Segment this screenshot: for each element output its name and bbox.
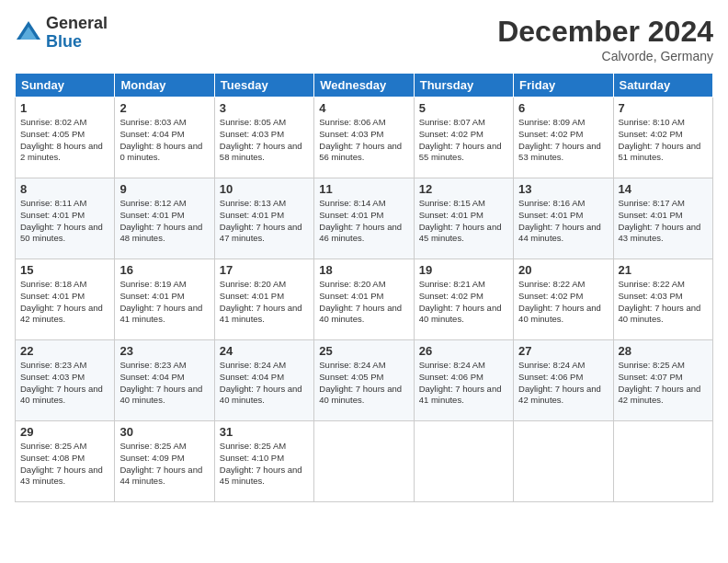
cell-text: Sunrise: 8:18 AMSunset: 4:01 PMDaylight:… xyxy=(20,279,103,324)
day-number: 13 xyxy=(518,182,608,196)
cell-text: Sunrise: 8:25 AMSunset: 4:10 PMDaylight:… xyxy=(220,441,302,486)
table-row: 29 Sunrise: 8:25 AMSunset: 4:08 PMDaylig… xyxy=(16,421,115,502)
logo: General Blue xyxy=(15,15,108,52)
table-row: 18 Sunrise: 8:20 AMSunset: 4:01 PMDaylig… xyxy=(314,259,414,340)
cell-text: Sunrise: 8:14 AMSunset: 4:01 PMDaylight:… xyxy=(319,198,402,243)
cell-text: Sunrise: 8:20 AMSunset: 4:01 PMDaylight:… xyxy=(319,279,402,324)
cell-text: Sunrise: 8:21 AMSunset: 4:02 PMDaylight:… xyxy=(419,279,502,324)
table-row: 12 Sunrise: 8:15 AMSunset: 4:01 PMDaylig… xyxy=(414,178,513,259)
table-row xyxy=(414,421,513,502)
day-number: 30 xyxy=(119,425,209,439)
table-row: 11 Sunrise: 8:14 AMSunset: 4:01 PMDaylig… xyxy=(314,178,414,259)
cell-text: Sunrise: 8:16 AMSunset: 4:01 PMDaylight:… xyxy=(518,198,601,243)
table-row: 9 Sunrise: 8:12 AMSunset: 4:01 PMDayligh… xyxy=(115,178,214,259)
day-number: 3 xyxy=(220,101,309,115)
title-block: December 2024 Calvorde, Germany xyxy=(497,15,713,63)
cell-text: Sunrise: 8:17 AMSunset: 4:01 PMDaylight:… xyxy=(619,198,701,243)
cell-text: Sunrise: 8:24 AMSunset: 4:04 PMDaylight:… xyxy=(220,360,302,405)
cell-text: Sunrise: 8:05 AMSunset: 4:03 PMDaylight:… xyxy=(220,117,302,162)
table-row: 19 Sunrise: 8:21 AMSunset: 4:02 PMDaylig… xyxy=(414,259,513,340)
cell-text: Sunrise: 8:15 AMSunset: 4:01 PMDaylight:… xyxy=(419,198,502,243)
table-row: 31 Sunrise: 8:25 AMSunset: 4:10 PMDaylig… xyxy=(214,421,313,502)
col-sunday: Sunday xyxy=(16,74,115,98)
cell-text: Sunrise: 8:24 AMSunset: 4:06 PMDaylight:… xyxy=(419,360,502,405)
table-row: 4 Sunrise: 8:06 AMSunset: 4:03 PMDayligh… xyxy=(314,98,414,178)
day-number: 23 xyxy=(119,344,209,358)
day-number: 15 xyxy=(20,263,109,277)
table-row xyxy=(613,421,712,502)
cell-text: Sunrise: 8:02 AMSunset: 4:05 PMDaylight:… xyxy=(20,117,103,162)
table-row: 6 Sunrise: 8:09 AMSunset: 4:02 PMDayligh… xyxy=(514,98,613,178)
calendar-week-0: 1 Sunrise: 8:02 AMSunset: 4:05 PMDayligh… xyxy=(16,98,713,178)
cell-text: Sunrise: 8:24 AMSunset: 4:06 PMDaylight:… xyxy=(518,360,601,405)
table-row: 22 Sunrise: 8:23 AMSunset: 4:03 PMDaylig… xyxy=(16,340,115,421)
day-number: 27 xyxy=(518,344,608,358)
col-tuesday: Tuesday xyxy=(214,74,313,98)
header: General Blue December 2024 Calvorde, Ger… xyxy=(15,15,713,63)
cell-text: Sunrise: 8:25 AMSunset: 4:08 PMDaylight:… xyxy=(20,441,103,486)
cell-text: Sunrise: 8:22 AMSunset: 4:02 PMDaylight:… xyxy=(518,279,601,324)
table-row: 25 Sunrise: 8:24 AMSunset: 4:05 PMDaylig… xyxy=(314,340,414,421)
day-number: 20 xyxy=(518,263,608,277)
logo-text: General Blue xyxy=(46,15,108,52)
col-monday: Monday xyxy=(115,74,214,98)
table-row: 2 Sunrise: 8:03 AMSunset: 4:04 PMDayligh… xyxy=(115,98,214,178)
day-number: 16 xyxy=(119,263,209,277)
main-title: December 2024 xyxy=(497,15,713,49)
table-row: 16 Sunrise: 8:19 AMSunset: 4:01 PMDaylig… xyxy=(115,259,214,340)
day-number: 17 xyxy=(220,263,309,277)
logo-general-label: General xyxy=(46,15,108,33)
table-row: 27 Sunrise: 8:24 AMSunset: 4:06 PMDaylig… xyxy=(514,340,613,421)
col-saturday: Saturday xyxy=(613,74,712,98)
day-number: 18 xyxy=(319,263,408,277)
header-row: Sunday Monday Tuesday Wednesday Thursday… xyxy=(16,74,713,98)
cell-text: Sunrise: 8:24 AMSunset: 4:05 PMDaylight:… xyxy=(319,360,402,405)
day-number: 1 xyxy=(20,101,109,115)
table-row: 21 Sunrise: 8:22 AMSunset: 4:03 PMDaylig… xyxy=(613,259,712,340)
cell-text: Sunrise: 8:03 AMSunset: 4:04 PMDaylight:… xyxy=(119,117,202,162)
day-number: 22 xyxy=(20,344,109,358)
table-row: 17 Sunrise: 8:20 AMSunset: 4:01 PMDaylig… xyxy=(214,259,313,340)
cell-text: Sunrise: 8:19 AMSunset: 4:01 PMDaylight:… xyxy=(119,279,202,324)
cell-text: Sunrise: 8:13 AMSunset: 4:01 PMDaylight:… xyxy=(220,198,302,243)
cell-text: Sunrise: 8:23 AMSunset: 4:04 PMDaylight:… xyxy=(119,360,202,405)
table-row xyxy=(314,421,414,502)
cell-text: Sunrise: 8:22 AMSunset: 4:03 PMDaylight:… xyxy=(619,279,701,324)
day-number: 4 xyxy=(319,101,408,115)
day-number: 8 xyxy=(20,182,109,196)
table-row: 14 Sunrise: 8:17 AMSunset: 4:01 PMDaylig… xyxy=(613,178,712,259)
day-number: 29 xyxy=(20,425,109,439)
table-row: 28 Sunrise: 8:25 AMSunset: 4:07 PMDaylig… xyxy=(613,340,712,421)
table-row: 30 Sunrise: 8:25 AMSunset: 4:09 PMDaylig… xyxy=(115,421,214,502)
table-row: 24 Sunrise: 8:24 AMSunset: 4:04 PMDaylig… xyxy=(214,340,313,421)
page: General Blue December 2024 Calvorde, Ger… xyxy=(0,0,728,563)
table-row: 10 Sunrise: 8:13 AMSunset: 4:01 PMDaylig… xyxy=(214,178,313,259)
day-number: 14 xyxy=(619,182,708,196)
table-row: 23 Sunrise: 8:23 AMSunset: 4:04 PMDaylig… xyxy=(115,340,214,421)
table-row xyxy=(514,421,613,502)
calendar-week-4: 29 Sunrise: 8:25 AMSunset: 4:08 PMDaylig… xyxy=(16,421,713,502)
table-row: 26 Sunrise: 8:24 AMSunset: 4:06 PMDaylig… xyxy=(414,340,513,421)
cell-text: Sunrise: 8:23 AMSunset: 4:03 PMDaylight:… xyxy=(20,360,103,405)
day-number: 25 xyxy=(319,344,408,358)
cell-text: Sunrise: 8:25 AMSunset: 4:09 PMDaylight:… xyxy=(119,441,202,486)
day-number: 19 xyxy=(419,263,508,277)
day-number: 2 xyxy=(119,101,209,115)
table-row: 3 Sunrise: 8:05 AMSunset: 4:03 PMDayligh… xyxy=(214,98,313,178)
day-number: 10 xyxy=(220,182,309,196)
cell-text: Sunrise: 8:10 AMSunset: 4:02 PMDaylight:… xyxy=(619,117,701,162)
day-number: 26 xyxy=(419,344,508,358)
day-number: 28 xyxy=(619,344,708,358)
cell-text: Sunrise: 8:25 AMSunset: 4:07 PMDaylight:… xyxy=(619,360,701,405)
calendar-table: Sunday Monday Tuesday Wednesday Thursday… xyxy=(15,73,713,502)
cell-text: Sunrise: 8:06 AMSunset: 4:03 PMDaylight:… xyxy=(319,117,402,162)
table-row: 15 Sunrise: 8:18 AMSunset: 4:01 PMDaylig… xyxy=(16,259,115,340)
cell-text: Sunrise: 8:11 AMSunset: 4:01 PMDaylight:… xyxy=(20,198,103,243)
table-row: 20 Sunrise: 8:22 AMSunset: 4:02 PMDaylig… xyxy=(514,259,613,340)
logo-icon xyxy=(15,19,42,47)
table-row: 7 Sunrise: 8:10 AMSunset: 4:02 PMDayligh… xyxy=(613,98,712,178)
day-number: 31 xyxy=(220,425,309,439)
cell-text: Sunrise: 8:07 AMSunset: 4:02 PMDaylight:… xyxy=(419,117,502,162)
day-number: 11 xyxy=(319,182,408,196)
table-row: 1 Sunrise: 8:02 AMSunset: 4:05 PMDayligh… xyxy=(16,98,115,178)
